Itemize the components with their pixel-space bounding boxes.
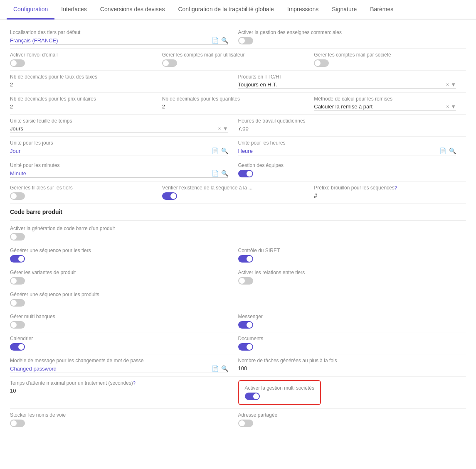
comptes-societe-toggle[interactable] [314,59,329,67]
enseignes-label: Activer la gestion des enseignes commerc… [238,29,456,35]
localisation-input[interactable]: Français (FRANCE) 📄 🔍 [10,37,228,45]
field-gestion-equipes: Gestion des équipes [238,162,466,177]
calendrier-toggle[interactable] [10,343,25,351]
unite-heures-value: Heure [238,148,437,154]
nb-decimales-qte-value: 2 [162,103,304,110]
comptes-user-toggle-wrap [162,59,304,67]
nb-decimales-taxes-label: Nb de décimales pour le taux des taxes [10,74,228,80]
doc-icon-jours[interactable]: 📄 [212,147,219,154]
activer-relations-toggle[interactable] [238,277,253,285]
controle-siret-toggle-wrap [238,255,456,263]
temps-attente-help-icon[interactable]: ? [133,381,136,386]
produits-ttc-label: Produits en TTC/HT [238,74,456,80]
doc-icon[interactable]: 📄 [212,37,219,44]
field-prefixe-brouillon: Préfixe brouillon pour les séquences? # [314,185,466,199]
gerer-multi-banques-label: Gérer multi banques [10,314,228,319]
unite-jours-label: Unité pour les jours [10,140,228,146]
generer-sequence-tiers-toggle[interactable] [10,255,25,263]
messenger-toggle-wrap [238,321,456,329]
row-sequence-produits: Générer une séquence pour les produits [10,288,466,310]
row-filiales: Gérer les filiales sur les tiers Vérifie… [10,182,466,204]
multi-societes-toggle[interactable] [245,393,260,400]
tab-configuration[interactable]: Configuration [7,0,54,20]
unite-minutes-input[interactable]: Minute 📄 🔍 [10,170,228,178]
nb-taches-value: 100 [238,365,456,371]
produits-ttc-arrow[interactable]: ▼ [451,81,456,88]
adresse-partagee-toggle[interactable] [238,420,253,427]
unite-temps-value: Jours [10,125,217,132]
generer-sequence-produits-toggle[interactable] [10,299,25,307]
documents-toggle[interactable] [238,343,253,351]
tab-conversions[interactable]: Conversions des devises [94,0,172,20]
field-calendrier: Calendrier [10,336,238,351]
methode-remise-label: Méthode de calcul pour les remises [314,96,456,102]
search-icon-modele[interactable]: 🔍 [221,365,228,372]
search-icon-heures[interactable]: 🔍 [449,147,456,154]
nb-taches-label: Nombre de tâches générées au plus à la f… [238,358,456,363]
row-email: Activer l'envoi d'email Gérer les compte… [10,49,466,71]
comptes-societe-label: Gérer les comptes mail par société [314,52,456,58]
search-icon-minutes[interactable]: 🔍 [221,170,228,177]
nb-decimales-prix-label: Nb de décimales pour les prix unitaires [10,96,152,102]
generer-sequence-produits-label: Générer une séquence pour les produits [10,292,228,297]
messenger-toggle[interactable] [238,321,253,329]
methode-remise-clear[interactable]: × [446,104,449,110]
controle-siret-label: Contrôle du SIRET [238,248,456,253]
methode-remise-select[interactable]: Calculer la remise à part × ▼ [314,103,456,111]
messenger-label: Messenger [238,314,456,319]
verifier-sequence-toggle[interactable] [162,192,177,200]
doc-icon-minutes[interactable]: 📄 [212,170,219,177]
controle-siret-toggle[interactable] [238,255,253,263]
unite-temps-select[interactable]: Jours × ▼ [10,125,228,133]
gerer-multi-banques-toggle[interactable] [10,321,25,329]
unite-heures-label: Unité pour les heures [238,140,456,146]
main-content: Localisation des tiers par défaut França… [0,20,476,437]
tab-signature[interactable]: Signature [325,0,363,20]
produits-ttc-clear[interactable]: × [446,82,449,88]
code-barre-toggle[interactable] [10,233,25,241]
tab-impressions[interactable]: Impressions [281,0,325,20]
stocker-noms-toggle[interactable] [10,420,25,427]
adresse-partagee-toggle-wrap [238,420,456,427]
field-generer-sequence-tiers: Générer une séquence pour les tiers [10,248,238,263]
prefixe-brouillon-label: Préfixe brouillon pour les séquences? [314,185,456,191]
comptes-societe-toggle-wrap [314,59,456,67]
email-toggle[interactable] [10,59,25,67]
field-generer-sequence-produits: Générer une séquence pour les produits [10,292,238,307]
verifier-sequence-label: Vérifier l'existence de la séquence à la… [162,185,304,191]
row-decimales-taxes: Nb de décimales pour le taux des taxes 2… [10,71,466,93]
produits-ttc-select[interactable]: Toujours en H.T. × ▼ [238,81,456,89]
nb-decimales-prix-value: 2 [10,103,152,110]
tab-baremes[interactable]: Barèmes [363,0,400,20]
unite-temps-clear[interactable]: × [218,126,221,132]
gerer-variantes-toggle[interactable] [10,277,25,285]
unite-jours-input[interactable]: Jour 📄 🔍 [10,147,228,155]
produits-ttc-value: Toujours en H.T. [238,81,445,88]
row-sequence-tiers: Générer une séquence pour les tiers Cont… [10,244,466,266]
search-icon-jours[interactable]: 🔍 [221,147,228,154]
methode-remise-arrow[interactable]: ▼ [451,103,456,110]
prefixe-help-icon[interactable]: ? [395,185,397,190]
field-localisation: Localisation des tiers par défaut França… [10,29,238,45]
tab-tracabilite[interactable]: Configuration de la traçabilité globale [171,0,280,20]
doc-icon-heures[interactable]: 📄 [439,147,446,154]
unite-minutes-value: Minute [10,170,209,177]
doc-icon-modele[interactable]: 📄 [212,365,219,372]
field-nb-decimales-prix: Nb de décimales pour les prix unitaires … [10,96,162,110]
field-stocker-noms: Stocker les noms de voie [10,412,238,427]
gerer-variantes-toggle-wrap [10,277,228,285]
comptes-user-toggle[interactable] [162,59,177,67]
field-multi-societes: Activer la gestion multi sociétés [238,380,466,405]
search-icon[interactable]: 🔍 [221,37,228,44]
documents-label: Documents [238,336,456,341]
field-modele-message: Modèle de message pour les changements d… [10,358,238,373]
tab-interfaces[interactable]: Interfaces [54,0,93,20]
unite-heures-input[interactable]: Heure 📄 🔍 [238,147,456,155]
enseignes-toggle[interactable] [238,37,253,44]
gerer-multi-banques-toggle-wrap [10,321,228,329]
unite-temps-arrow[interactable]: ▼ [223,125,228,132]
equipes-toggle[interactable] [238,170,253,177]
modele-message-input[interactable]: Changed password 📄 🔍 [10,365,228,373]
modele-message-label: Modèle de message pour les changements d… [10,358,228,363]
filiales-toggle[interactable] [10,192,25,200]
